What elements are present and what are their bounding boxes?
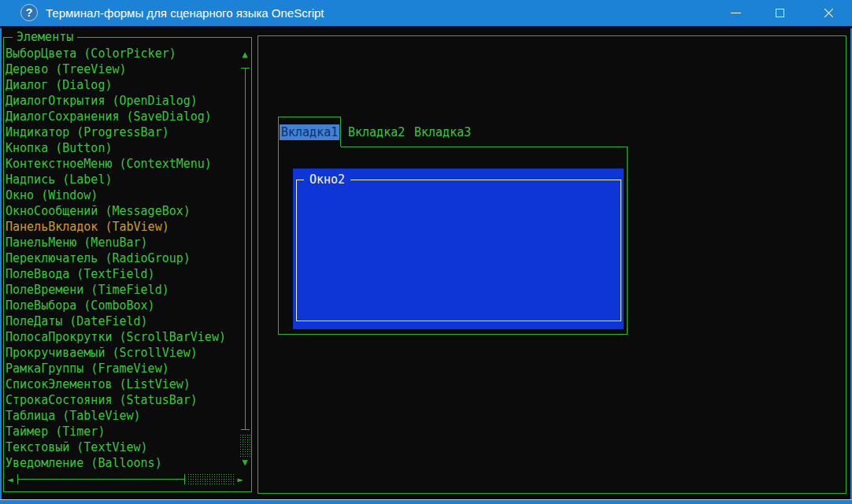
list-item[interactable]: Диалог (Dialog) xyxy=(6,77,235,93)
hscrollbar-thumb[interactable] xyxy=(187,473,234,486)
close-icon xyxy=(823,7,835,19)
tab-1[interactable]: Вкладка1 xyxy=(280,124,339,140)
list-item[interactable]: Индикатор (ProgressBar) xyxy=(6,124,235,140)
list-item[interactable]: ВыборЦвета (ColorPicker) xyxy=(6,46,235,61)
window-bottom-border xyxy=(0,499,852,504)
list-item[interactable]: ОкноСообщений (MessageBox) xyxy=(6,203,235,219)
vscrollbar-thumb[interactable] xyxy=(239,434,250,457)
list-item[interactable]: ПолеВремени (TimeField) xyxy=(6,282,235,298)
list-item[interactable]: ПанельМеню (MenuBar) xyxy=(6,235,235,250)
help-glyph: ? xyxy=(26,6,33,19)
maximize-button[interactable] xyxy=(758,0,802,26)
list-item[interactable]: Дерево (TreeView) xyxy=(6,61,235,77)
minimize-icon xyxy=(731,13,741,13)
list-item[interactable]: СтрокаСостояния (StatusBar) xyxy=(6,392,235,408)
list-item[interactable]: ПолеДаты (DateField) xyxy=(6,313,235,329)
window-title: Терминал-формы для сценарного языка OneS… xyxy=(46,0,324,26)
elements-list: ВыборЦвета (ColorPicker)Дерево (TreeView… xyxy=(6,46,235,471)
close-button[interactable] xyxy=(805,0,852,26)
list-item[interactable]: ДиалогОткрытия (OpenDialog) xyxy=(6,93,235,109)
inner-window: Окно2 xyxy=(293,169,624,329)
list-item[interactable]: Прокручиваемый (ScrollView) xyxy=(6,345,235,361)
list-item[interactable]: Окно (Window) xyxy=(6,187,235,203)
list-item[interactable]: Переключатель (RadioGroup) xyxy=(6,250,235,266)
list-item[interactable]: Таймер (Timer) xyxy=(6,424,235,439)
titlebar: ? Терминал-формы для сценарного языка On… xyxy=(0,0,852,26)
inner-window-title: Окно2 xyxy=(304,172,350,187)
tab-2[interactable]: Вкладка2 xyxy=(346,124,406,140)
help-icon: ? xyxy=(20,4,38,21)
window-left-border xyxy=(0,28,2,504)
scroll-up-icon[interactable]: ▲ xyxy=(237,47,253,61)
list-item[interactable]: ПанельВкладок (TabView) xyxy=(6,219,235,235)
list-item[interactable]: ПолеВвода (TextField) xyxy=(6,266,235,282)
list-item[interactable]: Таблица (TableView) xyxy=(6,408,235,424)
list-item[interactable]: ПолосаПрокрутки (ScrollBarView) xyxy=(6,329,235,345)
scroll-right-icon[interactable]: ► xyxy=(233,472,247,487)
list-item[interactable]: РамкаГруппы (FrameView) xyxy=(6,361,235,376)
minimize-button[interactable] xyxy=(713,0,758,26)
vscrollbar-track[interactable] xyxy=(245,69,246,429)
titlebar-bottom-edge xyxy=(0,26,852,28)
list-item[interactable]: Текстовый (TextView) xyxy=(6,439,235,455)
tab-content-top-border xyxy=(341,146,628,147)
hscrollbar-right-tick xyxy=(184,474,185,484)
vscrollbar-bottom-tick xyxy=(241,429,250,430)
list-item[interactable]: ДиалогСохранения (SaveDialog) xyxy=(6,109,235,124)
list-item[interactable]: Надпись (Label) xyxy=(6,172,235,187)
tab-3[interactable]: Вкладка3 xyxy=(413,124,472,140)
list-item[interactable]: КонтекстноеМеню (ContextMenu) xyxy=(6,156,235,172)
scroll-down-icon[interactable]: ▼ xyxy=(237,455,253,469)
list-item[interactable]: Уведомление (Balloons) xyxy=(6,455,235,471)
app-window: ? Терминал-формы для сценарного языка On… xyxy=(0,0,852,504)
list-item[interactable]: Кнопка (Button) xyxy=(6,140,235,156)
maximize-icon xyxy=(776,9,784,17)
inner-window-border xyxy=(296,180,621,321)
scroll-left-icon[interactable]: ◄ xyxy=(3,472,17,487)
elements-frame-title: Элементы xyxy=(13,31,77,43)
list-item[interactable]: СписокЭлементов (ListView) xyxy=(6,376,235,392)
list-item[interactable]: ПолеВыбора (ComboBox) xyxy=(6,298,235,313)
hscrollbar-track[interactable] xyxy=(18,479,184,480)
